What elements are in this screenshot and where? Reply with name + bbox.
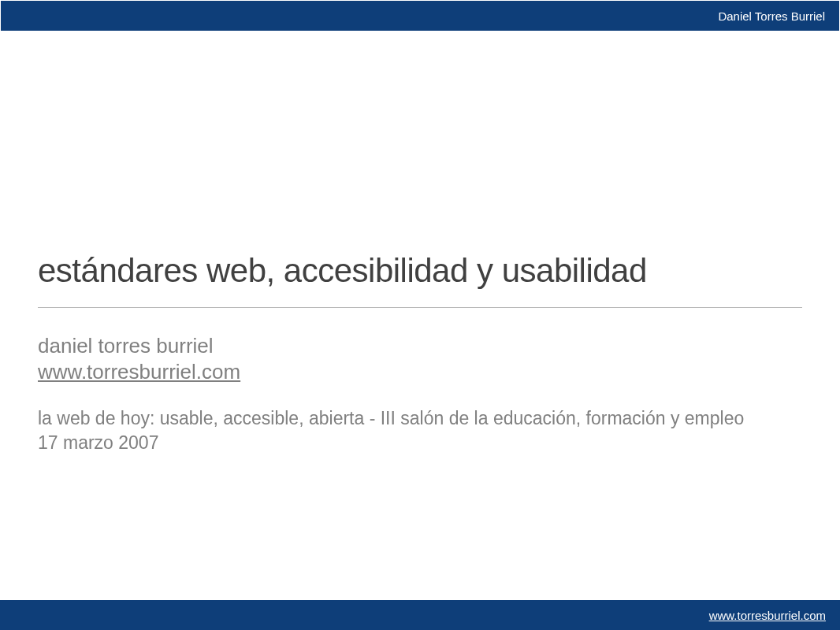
footer-url-link[interactable]: www.torresburriel.com	[709, 609, 826, 622]
author-url-link[interactable]: www.torresburriel.com	[38, 360, 240, 384]
event-block: la web de hoy: usable, accesible, abiert…	[38, 406, 802, 455]
slide-content: estándares web, accesibilidad y usabilid…	[38, 252, 802, 455]
header-author: Daniel Torres Burriel	[718, 9, 825, 23]
footer-bar: www.torresburriel.com	[0, 600, 840, 630]
slide-title: estándares web, accesibilidad y usabilid…	[38, 252, 802, 290]
author-name: daniel torres burriel	[38, 333, 802, 359]
event-date: 17 marzo 2007	[38, 431, 802, 455]
author-block: daniel torres burriel www.torresburriel.…	[38, 333, 802, 384]
event-description: la web de hoy: usable, accesible, abiert…	[38, 406, 802, 431]
header-bar: Daniel Torres Burriel	[1, 1, 839, 31]
title-divider	[38, 307, 802, 308]
